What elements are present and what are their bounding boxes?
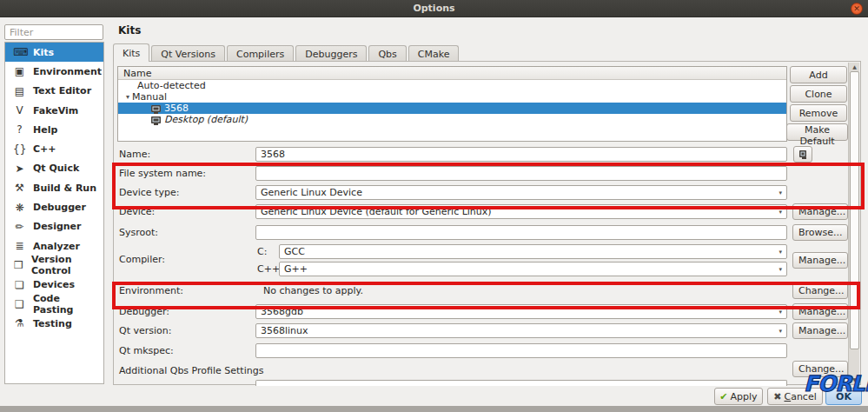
sidebar-item-label: Version Control	[31, 254, 103, 276]
expander-icon[interactable]: ▾	[123, 91, 132, 103]
manage-compilers-button[interactable]: Manage...	[792, 252, 848, 269]
tree-row-label: Auto-detected	[137, 80, 206, 91]
device-type-value: Generic Linux Device	[261, 187, 362, 198]
name-label: Name:	[119, 149, 150, 160]
environment-icon: ▣	[13, 65, 26, 77]
manage-device-button[interactable]: Manage...	[792, 203, 848, 220]
scrollbar-thumb[interactable]	[850, 71, 859, 349]
qt-version-combo[interactable]: 3568linux ▾	[255, 323, 787, 338]
name-field[interactable]	[255, 147, 787, 162]
x-icon: ✖	[773, 391, 781, 402]
change-qbs-settings-button[interactable]: Change...	[792, 361, 848, 377]
scroll-up-icon[interactable]: ▲	[849, 63, 860, 71]
remove-button[interactable]: Remove	[790, 104, 847, 122]
sidebar-item-label: Code Pasting	[33, 293, 103, 316]
page-title: Kits	[118, 24, 141, 37]
tab-debuggers[interactable]: Debuggers	[295, 45, 367, 62]
make-default-button[interactable]: Make Default	[786, 123, 848, 141]
device-combo[interactable]: Generic Linux Device (default for Generi…	[255, 204, 787, 219]
sidebar-item-help[interactable]: ?Help	[5, 120, 103, 139]
apply-button[interactable]: ✔ Apply	[714, 388, 763, 405]
qbs-settings-partial-field[interactable]	[255, 380, 787, 386]
tree-row-desktop-default[interactable]: Desktop (default)	[118, 114, 786, 125]
sidebar-item-label: Analyzer	[33, 241, 80, 252]
debugger-value: 3568gdb	[261, 306, 303, 317]
sidebar-item-qt-quick[interactable]: ➤Qt Quick	[5, 159, 103, 178]
close-icon[interactable]: ✕	[851, 3, 863, 15]
tree-row-3568[interactable]: 3568	[118, 103, 786, 114]
tab-qbs[interactable]: Qbs	[368, 45, 406, 62]
chevron-down-icon: ▾	[779, 266, 782, 273]
sidebar-item-designer[interactable]: ✏Designer	[5, 217, 103, 236]
sidebar-item-label: Text Editor	[33, 85, 91, 96]
code-pasting-icon: ❑	[13, 298, 26, 310]
variables-button[interactable]	[793, 146, 812, 163]
sidebar-item-label: Build & Run	[33, 183, 96, 194]
sidebar-item-kits[interactable]: ⌨Kits	[5, 43, 103, 62]
tab-qt-versions[interactable]: Qt Versions	[151, 45, 225, 62]
file-system-name-field[interactable]	[255, 166, 787, 181]
change-environment-button[interactable]: Change...	[792, 282, 848, 299]
titlebar[interactable]: Options ✕	[0, 0, 868, 17]
clone-button[interactable]: Clone	[790, 85, 847, 103]
tree-row-auto-detected[interactable]: Auto-detected	[118, 80, 786, 91]
environment-value: No changes to apply.	[263, 285, 363, 296]
environment-label: Environment:	[119, 285, 183, 296]
kits-tree: Name Auto-detected▾Manual3568Desktop (de…	[117, 66, 787, 142]
c-compiler-combo[interactable]: GCC ▾	[279, 244, 787, 259]
debugger-icon: ❋	[13, 202, 26, 214]
sidebar-item-code-pasting[interactable]: ❑Code Pasting	[5, 295, 103, 314]
tab-compilers[interactable]: Compilers	[227, 45, 294, 62]
sidebar-item-c[interactable]: {}C++	[5, 139, 103, 158]
sidebar-item-debugger[interactable]: ❋Debugger	[5, 197, 103, 216]
scroll-down-icon[interactable]: ▼	[849, 375, 860, 384]
sidebar-item-text-editor[interactable]: ▤Text Editor	[5, 82, 103, 101]
chevron-down-icon: ▾	[779, 328, 782, 335]
cancel-button[interactable]: ✖ Cancel	[767, 388, 823, 405]
sidebar-item-label: Designer	[33, 221, 82, 232]
tab-bar: KitsQt VersionsCompilersDebuggersQbsCMak…	[113, 44, 461, 62]
version-control-icon: ❒	[13, 259, 24, 271]
tree-row-manual[interactable]: ▾Manual	[118, 91, 786, 103]
sidebar-item-label: Qt Quick	[33, 163, 79, 174]
sidebar-item-testing[interactable]: ⚗Testing	[5, 314, 103, 333]
analyzer-icon: ≣	[13, 240, 26, 252]
help-icon: ?	[13, 123, 26, 136]
sidebar-item-devices[interactable]: ❏Devices	[5, 276, 103, 295]
sidebar-item-fakevim[interactable]: ⅤFakeVim	[5, 101, 103, 120]
designer-icon: ✏	[13, 221, 26, 233]
add-button[interactable]: Add	[790, 66, 847, 83]
sidebar-item-analyzer[interactable]: ≣Analyzer	[5, 236, 103, 256]
cpp-compiler-value: G++	[284, 263, 308, 275]
c-compiler-value: GCC	[284, 246, 305, 257]
browse-sysroot-button[interactable]: Browse...	[792, 224, 848, 241]
tree-row-label: 3568	[164, 103, 189, 114]
sidebar-item-build-run[interactable]: ⚒Build & Run	[5, 178, 103, 197]
qt-mkspec-field[interactable]	[255, 343, 787, 358]
tab-kits[interactable]: Kits	[113, 43, 149, 62]
filter-input[interactable]	[4, 24, 103, 40]
kits-tab-panel: Name Auto-detected▾Manual3568Desktop (de…	[113, 61, 861, 385]
cpp-compiler-combo[interactable]: G++ ▾	[279, 262, 787, 276]
device-type-label: Device type:	[119, 187, 179, 198]
vertical-scrollbar[interactable]: ▲ ▼	[848, 63, 859, 384]
chevron-down-icon: ▾	[779, 189, 782, 196]
tab-cmake[interactable]: CMake	[408, 45, 460, 62]
sidebar-item-environment[interactable]: ▣Environment	[5, 62, 103, 81]
chevron-down-icon: ▾	[779, 249, 782, 256]
manage-qt-versions-button[interactable]: Manage...	[792, 322, 848, 339]
debugger-label: Debugger:	[119, 306, 169, 317]
tree-header-name[interactable]: Name	[118, 67, 786, 80]
build-run-icon: ⚒	[13, 182, 26, 194]
sidebar-item-label: Help	[33, 124, 57, 136]
sysroot-field[interactable]	[255, 225, 787, 240]
debugger-combo[interactable]: 3568gdb ▾	[255, 304, 787, 319]
ok-button[interactable]: OK	[825, 388, 862, 405]
check-icon: ✔	[719, 391, 727, 402]
sidebar-item-version-control[interactable]: ❒Version Control	[5, 256, 103, 275]
cancel-label: Cancel	[784, 391, 816, 402]
device-type-combo[interactable]: Generic Linux Device ▾	[255, 185, 787, 200]
manage-debuggers-button[interactable]: Manage...	[792, 303, 848, 320]
text-editor-icon: ▤	[13, 85, 26, 97]
sidebar-item-label: Environment	[33, 66, 102, 77]
